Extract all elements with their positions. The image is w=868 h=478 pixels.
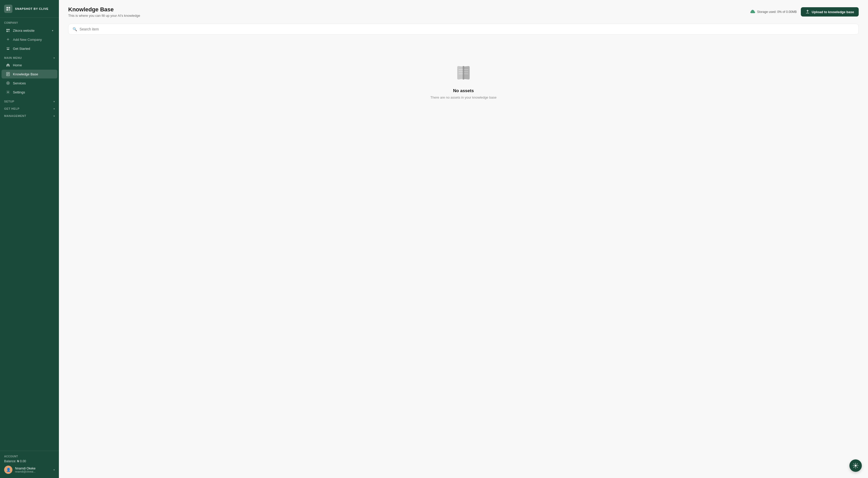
main-menu-chevron-icon: ▾	[54, 57, 55, 59]
add-company-label: Add New Company	[13, 38, 42, 41]
company-label: Company	[0, 18, 59, 26]
header-right: Storage used: 0% of 0.00MB Upload to kno…	[750, 7, 859, 16]
setup-header[interactable]: Setup ▾	[0, 97, 59, 104]
sidebar-item-settings[interactable]: Settings	[2, 88, 57, 97]
main-menu-label: Main Menu	[4, 56, 22, 59]
storage-icon	[750, 9, 755, 14]
search-input[interactable]	[80, 27, 854, 31]
user-avatar: 👤	[4, 466, 12, 474]
main-menu-header: Main Menu ▾	[0, 53, 59, 60]
svg-rect-18	[463, 66, 464, 79]
storage-text: Storage used: 0% of 0.00MB	[757, 10, 797, 14]
services-label: Services	[13, 81, 26, 85]
svg-rect-10	[7, 49, 9, 50]
company-icon	[6, 28, 10, 33]
balance-display: Balance: ₦ 0.00	[4, 459, 55, 463]
get-started-button[interactable]: Get Started	[2, 44, 57, 53]
management-chevron-icon: ▾	[54, 114, 55, 117]
get-started-icon	[6, 46, 10, 51]
user-chevron-icon: ▾	[54, 469, 55, 471]
svg-rect-3	[8, 9, 10, 10]
get-help-label: Get Help	[4, 107, 20, 110]
main-content-area: Knowledge Base This is where you can fil…	[59, 0, 868, 478]
add-company-button[interactable]: + Add New Company	[2, 35, 57, 44]
add-icon: +	[6, 37, 10, 42]
company-name: Zikora website	[13, 29, 35, 33]
page-subtitle: This is where you can fill up your AI's …	[68, 14, 140, 18]
content-area: 🔍	[59, 22, 868, 478]
search-icon: 🔍	[72, 27, 77, 31]
user-email: nnamdi@cliveai...	[15, 470, 51, 473]
svg-point-9	[8, 47, 9, 48]
main-menu-section: Main Menu ▾ Home Knowledge Base	[0, 53, 59, 97]
empty-state-subtitle: There are no assets in your knowledge ba…	[430, 96, 497, 99]
user-info: Nnamdi Okeke nnamdi@cliveai...	[15, 467, 51, 473]
management-header[interactable]: Management ▾	[0, 111, 59, 118]
company-section: Company Zikora website ▾ + Add New Compa…	[0, 18, 59, 53]
svg-point-25	[855, 465, 857, 467]
svg-rect-5	[8, 29, 9, 30]
sidebar-item-services[interactable]: Services	[2, 79, 57, 88]
get-help-chevron-icon: ▾	[54, 107, 55, 110]
setup-section: Setup ▾	[0, 97, 59, 104]
sidebar: SNAPSHOT BY CLIVE Company Zikora website…	[0, 0, 59, 478]
sidebar-footer: Account Balance: ₦ 0.00 👤 Nnamdi Okeke n…	[0, 451, 59, 478]
user-profile-button[interactable]: 👤 Nnamdi Okeke nnamdi@cliveai... ▾	[4, 466, 55, 474]
page-title: Knowledge Base	[68, 6, 140, 13]
svg-rect-2	[6, 9, 8, 10]
management-section: Management ▾	[0, 111, 59, 118]
storage-info: Storage used: 0% of 0.00MB	[750, 9, 797, 14]
sidebar-logo[interactable]: SNAPSHOT BY CLIVE	[0, 0, 59, 18]
knowledge-base-icon	[6, 72, 10, 76]
home-label: Home	[13, 63, 22, 67]
knowledge-base-label: Knowledge Base	[13, 72, 38, 76]
svg-rect-4	[6, 29, 8, 30]
svg-rect-7	[8, 31, 9, 32]
svg-point-16	[7, 82, 8, 83]
svg-point-17	[7, 92, 9, 93]
svg-point-8	[7, 47, 8, 48]
sidebar-item-knowledge-base[interactable]: Knowledge Base	[2, 70, 57, 78]
settings-icon	[6, 90, 10, 95]
sidebar-item-company[interactable]: Zikora website ▾	[2, 26, 57, 35]
empty-state: No assets There are no assets in your kn…	[68, 43, 859, 120]
empty-state-icon	[454, 64, 473, 83]
search-bar[interactable]: 🔍	[68, 24, 859, 35]
fab-button[interactable]	[849, 459, 862, 472]
home-icon	[6, 63, 10, 67]
upload-button-label: Upload to knowledge base	[812, 10, 854, 14]
sidebar-item-home[interactable]: Home	[2, 61, 57, 69]
svg-rect-0	[6, 7, 8, 8]
logo-icon	[4, 5, 12, 13]
settings-label: Settings	[13, 90, 25, 94]
setup-chevron-icon: ▾	[54, 100, 55, 103]
management-label: Management	[4, 114, 26, 117]
svg-rect-1	[8, 7, 10, 8]
upload-button[interactable]: Upload to knowledge base	[801, 7, 859, 16]
get-started-label: Get Started	[13, 47, 30, 50]
svg-rect-6	[6, 31, 8, 32]
app-name: SNAPSHOT BY CLIVE	[15, 7, 49, 10]
services-icon	[6, 81, 10, 86]
user-name: Nnamdi Okeke	[15, 467, 51, 470]
get-help-section: Get Help ▾	[0, 104, 59, 111]
empty-state-title: No assets	[453, 88, 474, 94]
company-chevron-icon: ▾	[52, 29, 53, 32]
setup-label: Setup	[4, 100, 14, 103]
account-label: Account	[4, 455, 55, 458]
get-help-header[interactable]: Get Help ▾	[0, 104, 59, 111]
header-left: Knowledge Base This is where you can fil…	[68, 6, 140, 18]
page-header: Knowledge Base This is where you can fil…	[59, 0, 868, 22]
